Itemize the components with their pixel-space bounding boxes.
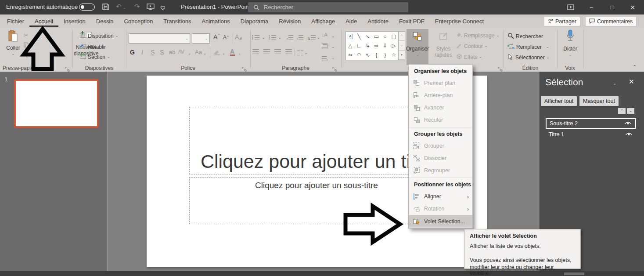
close-button[interactable]: ✕ bbox=[625, 0, 640, 15]
shape-elbow-arrow[interactable]: ↳ bbox=[363, 41, 372, 50]
tab-transitions[interactable]: Transitions bbox=[158, 15, 196, 27]
menu-item-aligner[interactable]: Aligner › bbox=[409, 190, 472, 203]
slide-thumbnail[interactable] bbox=[14, 80, 98, 127]
start-slideshow-icon[interactable] bbox=[147, 4, 155, 12]
shape-rounded-rectangle[interactable]: ▢ bbox=[389, 32, 398, 41]
paste-button[interactable]: Coller ⌄ bbox=[4, 30, 23, 56]
menu-item-premier-plan[interactable]: Premier plan bbox=[409, 77, 472, 89]
reset-button[interactable]: Rétablir bbox=[80, 44, 106, 50]
tab-affichage[interactable]: Affichage bbox=[306, 15, 340, 27]
font-name-combo[interactable]: ⌄ bbox=[129, 33, 190, 44]
maximize-button[interactable]: □ bbox=[605, 0, 620, 15]
gallery-scroll-down-icon[interactable]: ⌄ bbox=[399, 41, 405, 50]
columns-button[interactable] bbox=[297, 49, 303, 57]
quick-access-customize-icon[interactable] bbox=[160, 5, 165, 11]
menu-item-reculer[interactable]: Reculer bbox=[409, 114, 472, 126]
columns-chevron-icon[interactable]: ⌄ bbox=[305, 51, 308, 55]
shape-line[interactable]: ╲ bbox=[355, 32, 363, 41]
cut-icon[interactable]: ✂ bbox=[24, 32, 29, 39]
change-case-button[interactable]: Aa bbox=[195, 49, 202, 55]
visibility-eye-icon[interactable] bbox=[625, 131, 636, 138]
shape-arrow-line[interactable]: ↘ bbox=[363, 32, 372, 41]
clear-formatting-button[interactable]: A◢ bbox=[235, 33, 242, 40]
redo-icon[interactable]: ↷ bbox=[134, 3, 140, 11]
numbering-chevron-icon[interactable]: ⌄ bbox=[278, 36, 281, 40]
gallery-more-icon[interactable]: ▾ bbox=[399, 51, 405, 60]
increase-font-size-button[interactable]: A⌃ bbox=[213, 33, 220, 40]
highlight-color-button[interactable] bbox=[213, 49, 220, 57]
tab-insertion[interactable]: Insertion bbox=[58, 15, 91, 27]
dictate-button[interactable]: Dicter ⌄ bbox=[561, 29, 580, 57]
align-text-button[interactable] bbox=[322, 44, 327, 48]
section-button[interactable]: Section ⌄ bbox=[80, 54, 110, 60]
align-right-button[interactable] bbox=[274, 49, 281, 54]
comments-button[interactable]: Commentaires bbox=[585, 17, 637, 26]
pane-close-icon[interactable]: ✕ bbox=[629, 78, 634, 86]
share-button[interactable]: Partager bbox=[544, 17, 580, 26]
subtitle-placeholder[interactable]: Cliquez pour ajouter un sous-titre bbox=[189, 177, 444, 224]
tab-antidote[interactable]: Antidote bbox=[362, 15, 394, 27]
menu-item-grouper[interactable]: Grouper bbox=[409, 140, 472, 152]
tab-diaporama[interactable]: Diaporama bbox=[235, 15, 274, 27]
shape-oval[interactable]: ○ bbox=[381, 32, 389, 41]
align-center-button[interactable] bbox=[263, 49, 270, 54]
font-color-button[interactable]: A bbox=[230, 48, 234, 55]
undo-icon[interactable]: ↶ bbox=[116, 3, 122, 11]
shape-scribble[interactable]: ∾ bbox=[346, 51, 355, 60]
tab-revision[interactable]: Révision bbox=[273, 15, 306, 27]
shape-arc[interactable]: ◠ bbox=[355, 51, 363, 60]
bold-button[interactable]: G bbox=[130, 49, 135, 56]
shape-callout[interactable]: ▷ bbox=[389, 41, 398, 50]
line-spacing-chevron-icon[interactable]: ⌄ bbox=[317, 36, 320, 40]
font-size-combo[interactable]: ⌄ bbox=[192, 33, 210, 44]
shape-fill-button[interactable]: Remplissage ⌄ bbox=[456, 32, 499, 39]
show-all-button[interactable]: Afficher tout bbox=[541, 96, 577, 106]
text-shadow-button[interactable]: S bbox=[160, 49, 164, 56]
layout-button[interactable]: Disposition ⌄ bbox=[80, 33, 118, 39]
title-placeholder[interactable]: Cliquez pour ajouter un titre bbox=[189, 107, 444, 174]
tab-animations[interactable]: Animations bbox=[196, 15, 235, 27]
search-bar[interactable] bbox=[248, 2, 408, 12]
justify-button[interactable] bbox=[285, 49, 292, 54]
menu-item-rotation[interactable]: Rotation › bbox=[409, 203, 472, 215]
selection-item-sous-titre-2[interactable]: Sous-titre 2 bbox=[546, 118, 636, 129]
copy-icon[interactable] bbox=[24, 42, 29, 50]
line-spacing-button[interactable]: ⇅ bbox=[307, 34, 316, 42]
visibility-eye-icon[interactable] bbox=[624, 120, 635, 127]
select-button[interactable]: Sélectionner ⌄ bbox=[507, 54, 549, 62]
smartart-chevron-icon[interactable]: ⌄ bbox=[331, 57, 335, 60]
tab-aide[interactable]: Aide bbox=[340, 15, 362, 27]
ribbon-display-options-icon[interactable] bbox=[563, 0, 578, 15]
menu-item-volet-selection[interactable]: Volet Sélection... bbox=[409, 215, 472, 228]
character-spacing-button[interactable]: AV bbox=[178, 49, 184, 55]
move-up-button[interactable]: ⌃ bbox=[618, 108, 626, 114]
shape-down-arrow[interactable]: ⇩ bbox=[381, 41, 389, 50]
shape-rectangle[interactable]: ▭ bbox=[372, 32, 381, 41]
font-color-chevron-icon[interactable]: ⌄ bbox=[238, 52, 241, 55]
autosave-toggle[interactable] bbox=[79, 4, 95, 11]
find-button[interactable]: Rechercher bbox=[507, 33, 543, 40]
menu-item-arriere-plan[interactable]: Arrière-plan bbox=[409, 89, 472, 102]
shape-star[interactable]: ☆ bbox=[389, 51, 398, 60]
numbering-button[interactable] bbox=[269, 34, 276, 42]
tab-fichier[interactable]: Fichier bbox=[2, 15, 29, 27]
shape-outline-button[interactable]: Contour ⌄ bbox=[456, 43, 487, 50]
format-painter-icon[interactable] bbox=[24, 52, 30, 60]
shape-right-brace[interactable]: } bbox=[381, 51, 389, 60]
shape-elbow-connector[interactable]: ∟ bbox=[355, 41, 363, 50]
undo-dropdown-icon[interactable]: ⌄ bbox=[123, 6, 126, 10]
menu-item-regrouper[interactable]: ↻ Regrouper bbox=[409, 164, 472, 177]
clipboard-dialog-launcher-icon[interactable] bbox=[65, 65, 70, 70]
spacing-chevron-icon[interactable]: ⌄ bbox=[188, 52, 191, 55]
decrease-indent-button[interactable]: ‹ bbox=[287, 34, 293, 42]
quick-styles-button[interactable]: Styles rapides bbox=[432, 29, 454, 58]
shape-triangle[interactable]: △ bbox=[346, 41, 355, 50]
shape-curve[interactable]: ∿ bbox=[363, 51, 372, 60]
replace-button[interactable]: bc Remplacer ⌄ bbox=[507, 43, 549, 51]
selection-item-titre-1[interactable]: Titre 1 bbox=[546, 130, 636, 139]
align-left-button[interactable] bbox=[252, 49, 259, 54]
tab-foxit-pdf[interactable]: Foxit PDF bbox=[394, 15, 430, 27]
collapse-ribbon-icon[interactable]: ⌃ bbox=[633, 64, 637, 70]
tab-conception[interactable]: Conception bbox=[119, 15, 158, 27]
text-direction-chevron-icon[interactable]: ⌄ bbox=[331, 35, 335, 38]
